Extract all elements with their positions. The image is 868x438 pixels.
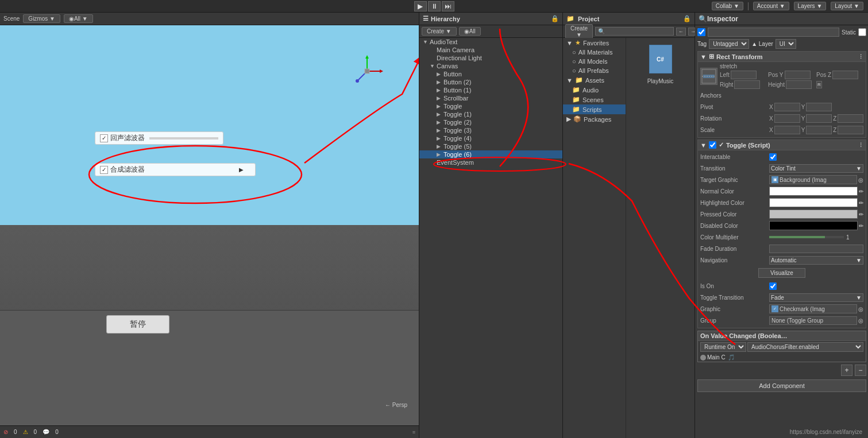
project-search-input[interactable] bbox=[595, 27, 674, 36]
rot-x-input[interactable]: 0 bbox=[774, 114, 800, 123]
layer-select[interactable]: UI bbox=[776, 39, 796, 49]
project-all-models[interactable]: ○ All Models bbox=[563, 57, 626, 66]
toggle-options-icon[interactable]: ⋮ bbox=[858, 142, 863, 148]
hierarchy-item-toggle-(1)[interactable]: ▶Toggle (1) bbox=[419, 110, 562, 118]
rot-y-input[interactable]: 0 bbox=[806, 114, 832, 123]
scale-y-input[interactable]: 1 bbox=[806, 126, 832, 134]
right-label: Right bbox=[720, 82, 733, 88]
posy-input[interactable]: -97.7 bbox=[785, 71, 811, 79]
is-on-checkbox[interactable] bbox=[769, 282, 777, 290]
toggle-transition-dropdown[interactable]: Fade▼ bbox=[769, 293, 863, 302]
step-button[interactable]: ⏭ bbox=[442, 1, 454, 11]
pause-button[interactable]: ⏸ bbox=[428, 1, 441, 11]
hierarchy-item-toggle-(3)[interactable]: ▶Toggle (3) bbox=[419, 126, 562, 134]
hierarchy-item-toggle-(2)[interactable]: ▶Toggle (2) bbox=[419, 118, 562, 126]
add-component-button[interactable]: Add Component bbox=[697, 379, 866, 392]
disabled-color-eyedropper[interactable]: ✏ bbox=[859, 223, 863, 229]
scale-x-input[interactable]: 1 bbox=[774, 126, 800, 134]
on-value-label: On Value Changed (Boolea… bbox=[700, 332, 788, 339]
project-all-materials[interactable]: ○ All Materials bbox=[563, 48, 626, 57]
layout-button[interactable]: Layout ▼ bbox=[831, 2, 863, 10]
target-graphic-ref[interactable]: ▣ Background (Imag bbox=[769, 175, 857, 184]
group-ref[interactable]: None (Toggle Group bbox=[769, 316, 857, 325]
project-scripts[interactable]: 📁 Scripts bbox=[563, 104, 626, 114]
favorites-label: Favorites bbox=[583, 40, 609, 46]
scale-z-input[interactable]: 1 bbox=[838, 126, 863, 134]
toggle1-label: 回声滤波器 bbox=[110, 133, 145, 143]
hierarchy-item-button-(1)[interactable]: ▶Button (1) bbox=[419, 86, 562, 94]
rect-options-icon[interactable]: ⋮ bbox=[858, 54, 863, 60]
r-button[interactable]: R bbox=[816, 81, 822, 88]
add-event-button[interactable]: + bbox=[841, 365, 852, 376]
project-scenes[interactable]: 📁 Scenes bbox=[563, 95, 626, 104]
pivot-label: Pivot bbox=[700, 104, 769, 110]
gizmos-button[interactable]: Gizmos ▼ bbox=[23, 14, 60, 23]
hierarchy-item-main-camera[interactable]: Main Camera bbox=[419, 46, 562, 54]
pivot-x-input[interactable]: 0.5 bbox=[774, 103, 800, 111]
highlighted-color-eyedropper[interactable]: ✏ bbox=[859, 200, 863, 206]
object-name-input[interactable]: Toggle (6) bbox=[708, 28, 839, 37]
account-button[interactable]: Account ▼ bbox=[753, 2, 789, 10]
interactable-checkbox[interactable] bbox=[769, 153, 777, 161]
visualize-button[interactable]: Visualize bbox=[758, 268, 805, 278]
all-button[interactable]: ◉All ▼ bbox=[64, 14, 93, 23]
remove-event-button[interactable]: − bbox=[855, 365, 866, 376]
play-button[interactable]: ▶ bbox=[414, 1, 427, 11]
hierarchy-item-toggle-(6)[interactable]: ▶Toggle (6) bbox=[419, 150, 562, 158]
target-graphic-label: Target Graphic bbox=[700, 177, 769, 183]
graphic-ref[interactable]: ✓ Checkmark (Imag bbox=[769, 304, 857, 313]
scene-toggle1: ✓ 回声滤波器 bbox=[95, 131, 223, 145]
project-nav-back[interactable]: ← bbox=[676, 28, 686, 36]
normal-color-swatch[interactable] bbox=[769, 187, 858, 196]
scene-pause-button[interactable]: 暂停 bbox=[106, 315, 169, 334]
checkmark-asset-icon: ✓ bbox=[771, 305, 778, 312]
posz-input[interactable]: 0 bbox=[832, 71, 858, 79]
pressed-color-swatch[interactable] bbox=[769, 210, 858, 219]
fade-duration-input[interactable]: 0.1 bbox=[769, 245, 863, 253]
project-assets-header[interactable]: ▼ 📁 Assets bbox=[563, 75, 626, 85]
runtime-select[interactable]: Runtime On▼ bbox=[700, 342, 746, 352]
highlighted-color-swatch[interactable] bbox=[769, 198, 858, 207]
hierarchy-search-button[interactable]: ◉All bbox=[459, 27, 481, 36]
rot-z-input[interactable]: 0 bbox=[838, 114, 863, 123]
transition-dropdown[interactable]: Color Tint▼ bbox=[769, 164, 863, 173]
project-packages-header[interactable]: ▶ 📦 Packages bbox=[563, 114, 626, 124]
height-input[interactable]: 20 bbox=[786, 80, 812, 89]
project-favorites-header[interactable]: ▼ ★ Favorites bbox=[563, 38, 626, 48]
hierarchy-create-button[interactable]: Create ▼ bbox=[422, 27, 457, 36]
hierarchy-item-audiotext[interactable]: ▼AudioText bbox=[419, 38, 562, 46]
navigation-dropdown[interactable]: Automatic▼ bbox=[769, 256, 863, 265]
rect-transform-header[interactable]: ▼ ⊞ Rect Transform ⋮ bbox=[697, 51, 866, 62]
project-create-button[interactable]: Create ▼ bbox=[565, 24, 593, 39]
toggle-script-enabled[interactable] bbox=[709, 141, 716, 149]
left-input[interactable]: 792.2 bbox=[731, 71, 757, 79]
collab-button[interactable]: Collab ▼ bbox=[712, 2, 743, 10]
project-all-prefabs[interactable]: ○ All Prefabs bbox=[563, 66, 626, 75]
project-audio[interactable]: 📁 Audio bbox=[563, 85, 626, 95]
static-checkbox[interactable] bbox=[858, 28, 866, 36]
right-input[interactable]: 57.79999 bbox=[734, 80, 760, 89]
target-graphic-select[interactable]: ◎ bbox=[858, 177, 863, 183]
normal-color-eyedropper[interactable]: ✏ bbox=[859, 188, 863, 195]
hierarchy-item-button[interactable]: ▶Button bbox=[419, 70, 562, 78]
group-select[interactable]: ◎ bbox=[858, 317, 863, 324]
pressed-color-eyedropper[interactable]: ✏ bbox=[859, 211, 863, 218]
hierarchy-item-toggle-(5)[interactable]: ▶Toggle (5) bbox=[419, 142, 562, 150]
layers-button[interactable]: Layers ▼ bbox=[794, 2, 827, 10]
hierarchy-item-toggle-(4)[interactable]: ▶Toggle (4) bbox=[419, 134, 562, 142]
hierarchy-item-directional-light[interactable]: Directional Light bbox=[419, 54, 562, 62]
func-select[interactable]: AudioChorusFilter.enabled bbox=[747, 342, 863, 352]
fade-duration-label: Fade Duration bbox=[700, 246, 769, 252]
tag-select[interactable]: Untagged bbox=[709, 39, 749, 49]
hierarchy-item-scrollbar[interactable]: ▶Scrollbar bbox=[419, 94, 562, 102]
hierarchy-item-eventsystem[interactable]: EventSystem bbox=[419, 158, 562, 166]
pivot-y-input[interactable]: 0.5 bbox=[806, 103, 832, 111]
color-multiplier-slider[interactable] bbox=[769, 236, 844, 238]
disabled-color-swatch[interactable] bbox=[769, 221, 858, 230]
hierarchy-item-canvas[interactable]: ▼Canvas bbox=[419, 62, 562, 70]
toggle-script-header[interactable]: ▼ ✓ Toggle (Script) ⋮ bbox=[697, 139, 866, 150]
graphic-select[interactable]: ◎ bbox=[858, 306, 863, 312]
hierarchy-item-button-(2)[interactable]: ▶Button (2) bbox=[419, 78, 562, 86]
hierarchy-item-toggle[interactable]: ▶Toggle bbox=[419, 102, 562, 110]
object-active-checkbox[interactable] bbox=[697, 28, 705, 36]
